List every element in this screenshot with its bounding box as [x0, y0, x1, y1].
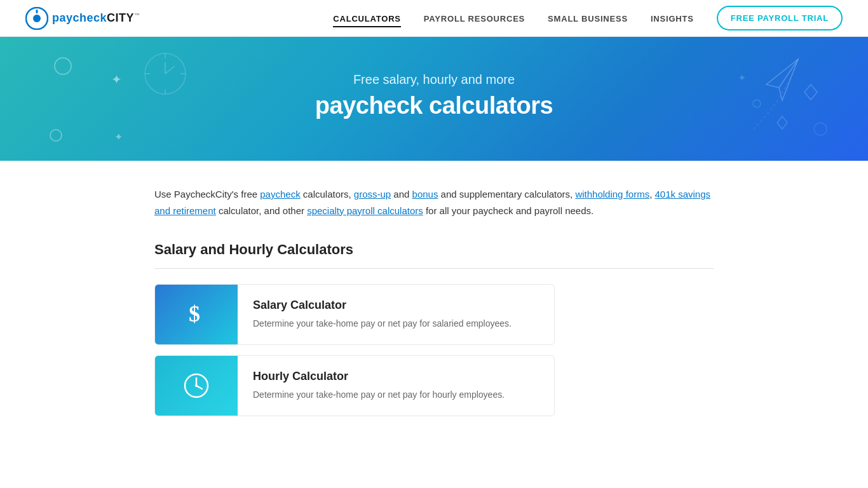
- nav-link-insights[interactable]: INSIGHTS: [651, 14, 694, 24]
- hourly-icon-box: [155, 356, 238, 416]
- hourly-calc-body: Hourly Calculator Determine your take-ho…: [238, 356, 554, 416]
- logo-link[interactable]: paycheckCITY™: [25, 7, 140, 30]
- hourly-calc-name: Hourly Calculator: [253, 370, 539, 383]
- svg-line-20: [196, 386, 202, 389]
- intro-paragraph: Use PaycheckCity's free paycheck calcula…: [154, 186, 714, 219]
- svg-line-10: [779, 59, 798, 88]
- salary-calc-body: Salary Calculator Determine your take-ho…: [238, 285, 554, 344]
- nav-item-payroll-resources[interactable]: PAYROLL RESOURCES: [424, 13, 525, 24]
- hero-content: Free salary, hourly and more paycheck ca…: [315, 72, 553, 119]
- svg-point-13: [753, 100, 761, 107]
- hero-banner: ✦ ✦ ✦ Fr: [0, 37, 868, 161]
- decor-star-left-top: ✦: [111, 72, 122, 87]
- nav-links: CALCULATORS PAYROLL RESOURCES SMALL BUSI…: [333, 13, 693, 24]
- svg-line-7: [165, 66, 175, 74]
- hero-subtitle: Free salary, hourly and more: [315, 72, 553, 87]
- main-content: Use PaycheckCity's free paycheck calcula…: [129, 161, 739, 416]
- dollar-icon: $: [182, 301, 210, 329]
- svg-text:$: $: [189, 301, 200, 327]
- svg-text:✦: ✦: [738, 72, 746, 83]
- nav-item-calculators[interactable]: CALCULATORS: [333, 13, 401, 24]
- free-trial-button[interactable]: FREE PAYROLL TRIAL: [717, 6, 843, 30]
- decor-circle-left-top: [54, 57, 72, 75]
- salary-calc-desc: Determine your take-home pay or net pay …: [253, 317, 539, 330]
- nav-item-small-business[interactable]: SMALL BUSINESS: [548, 13, 628, 24]
- salary-calc-name: Salary Calculator: [253, 299, 539, 312]
- nav-link-payroll-resources[interactable]: PAYROLL RESOURCES: [424, 14, 525, 24]
- svg-point-14: [814, 123, 827, 135]
- section-title-salary-hourly: Salary and Hourly Calculators: [154, 241, 714, 258]
- salary-calculator-card[interactable]: $ Salary Calculator Determine your take-…: [154, 284, 555, 345]
- link-bonus[interactable]: bonus: [412, 189, 438, 200]
- svg-rect-1: [36, 10, 38, 13]
- hourly-calculator-card[interactable]: Hourly Calculator Determine your take-ho…: [154, 355, 555, 416]
- logo-icon: [25, 7, 48, 30]
- svg-marker-11: [804, 85, 817, 100]
- nav-link-small-business[interactable]: SMALL BUSINESS: [548, 14, 628, 24]
- nav-item-insights[interactable]: INSIGHTS: [651, 13, 694, 24]
- decor-circle-left-bottom: [50, 129, 62, 142]
- salary-icon-box: $: [155, 285, 238, 344]
- section-divider: [154, 268, 714, 269]
- nav-link-calculators[interactable]: CALCULATORS: [333, 14, 401, 27]
- decor-star-left-bottom: ✦: [114, 131, 123, 143]
- logo-text: paycheckCITY™: [52, 11, 140, 25]
- hero-title: paycheck calculators: [315, 92, 553, 119]
- svg-point-2: [145, 53, 186, 94]
- link-grossup[interactable]: gross-up: [354, 189, 391, 200]
- clock-icon: [180, 370, 212, 402]
- decor-right-svg: ✦: [703, 46, 830, 154]
- svg-marker-9: [766, 59, 798, 100]
- navbar: paycheckCITY™ CALCULATORS PAYROLL RESOUR…: [0, 0, 868, 37]
- decor-clock-lines: [140, 48, 191, 99]
- link-specialty[interactable]: specialty payroll calculators: [307, 205, 423, 216]
- link-paycheck[interactable]: paycheck: [260, 189, 300, 200]
- svg-marker-12: [777, 116, 787, 129]
- link-withholding[interactable]: withholding forms: [575, 189, 649, 200]
- hourly-calc-desc: Determine your take-home pay or net pay …: [253, 388, 539, 402]
